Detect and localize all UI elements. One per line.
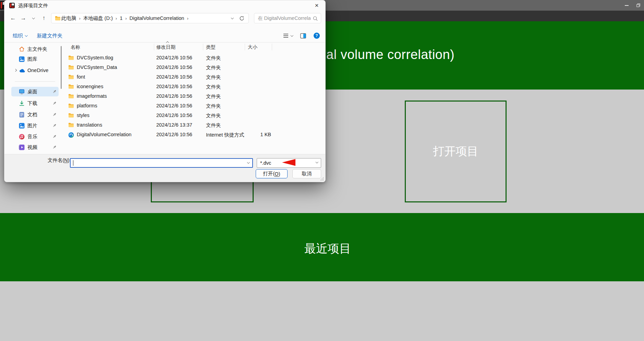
- home-icon: [18, 46, 25, 52]
- video-icon: [18, 144, 25, 150]
- chevron-down-icon: [290, 34, 293, 37]
- breadcrumb[interactable]: 此电脑›本地磁盘 (D:)›1›DigitalVolumeCorrelation…: [51, 13, 249, 23]
- close-button[interactable]: ×: [310, 0, 323, 11]
- pin-icon: [52, 124, 57, 128]
- minimize-button[interactable]: [621, 0, 632, 11]
- refresh-icon[interactable]: [239, 16, 244, 21]
- sidebar-item-download[interactable]: 下载: [11, 98, 59, 108]
- file-date: 2024/12/6 13:37: [156, 122, 192, 128]
- chevron-down-icon: [25, 34, 28, 37]
- address-dropdown-icon[interactable]: [231, 16, 233, 19]
- file-row[interactable]: DigitalVolumeCorrelation2024/12/6 10:56I…: [62, 130, 326, 140]
- file-row[interactable]: DVCSystem.tlog2024/12/6 10:56文件夹: [62, 53, 326, 63]
- folder-icon: [55, 16, 61, 21]
- breadcrumb-item[interactable]: 1: [120, 15, 122, 21]
- view-options-button[interactable]: [283, 33, 293, 38]
- dialog-titlebar[interactable]: 选择项目文件 ×: [4, 0, 325, 11]
- folder-icon: [68, 122, 74, 128]
- column-header-date[interactable]: 修改日期: [156, 44, 175, 50]
- sidebar-item-label: 视频: [27, 144, 37, 151]
- file-row[interactable]: styles2024/12/6 10:56文件夹: [62, 111, 326, 120]
- gallery-icon: [18, 56, 25, 62]
- expand-chevron-icon[interactable]: [14, 69, 17, 72]
- view-list-icon: [283, 33, 289, 38]
- cancel-button[interactable]: 取消: [292, 169, 321, 178]
- document-icon: [18, 112, 25, 118]
- column-header-type[interactable]: 类型: [206, 44, 216, 50]
- sidebar-divider: [15, 81, 55, 82]
- folder-icon: [68, 84, 74, 90]
- window-controls: [621, 0, 644, 11]
- back-button[interactable]: ←: [8, 13, 18, 23]
- file-date: 2024/12/6 10:56: [156, 113, 192, 118]
- open-project-box[interactable]: 打开项目: [405, 101, 507, 202]
- restore-button[interactable]: [632, 0, 644, 11]
- pin-icon: [52, 101, 57, 105]
- recent-projects-title: 最近项目: [304, 241, 351, 257]
- file-row[interactable]: platforms2024/12/6 10:56文件夹: [62, 101, 326, 111]
- sidebar-item-label: OneDrive: [27, 68, 48, 73]
- help-button[interactable]: ?: [314, 33, 320, 39]
- forward-button[interactable]: →: [18, 13, 28, 23]
- column-header-size[interactable]: 大小: [248, 44, 257, 50]
- new-folder-button[interactable]: 新建文件夹: [37, 33, 63, 39]
- resize-grip[interactable]: [320, 177, 324, 181]
- file-name: DigitalVolumeCorrelation: [77, 132, 132, 137]
- up-button[interactable]: ↑: [39, 13, 49, 23]
- sidebar-item-onedrive-cloud[interactable]: OneDrive: [11, 66, 59, 75]
- organize-button[interactable]: 组织: [13, 33, 27, 39]
- file-type: 文件夹: [206, 74, 221, 81]
- file-date: 2024/12/6 10:56: [156, 84, 192, 89]
- open-project-label: 打开项目: [433, 144, 478, 159]
- sidebar-item-document[interactable]: 文档: [11, 110, 59, 119]
- preview-pane-button[interactable]: [300, 33, 306, 38]
- file-date: 2024/12/6 10:56: [156, 74, 192, 80]
- file-size: 1 KB: [240, 132, 271, 137]
- pin-icon: [52, 134, 57, 139]
- download-icon: [18, 101, 25, 106]
- dialog-toolbar: 组织 新建文件夹 ?: [4, 31, 325, 41]
- sidebar-item-label: 文档: [27, 111, 37, 118]
- recent-locations-button[interactable]: [28, 13, 39, 23]
- breadcrumb-separator-icon: ›: [116, 16, 117, 21]
- file-row[interactable]: translations2024/12/6 13:37文件夹: [62, 120, 326, 130]
- sidebar-item-home[interactable]: 主文件夹: [11, 44, 59, 54]
- dialog-title: 选择项目文件: [18, 2, 48, 9]
- chevron-down-icon: [315, 161, 318, 163]
- breadcrumb-item[interactable]: 本地磁盘 (D:): [83, 15, 113, 22]
- breadcrumb-right-controls: [231, 16, 245, 21]
- edge-shortcut-icon: [68, 132, 74, 139]
- sidebar-item-video[interactable]: 视频: [11, 142, 59, 152]
- breadcrumb-separator-icon: ›: [79, 16, 81, 21]
- sidebar-item-gallery[interactable]: 图库: [11, 54, 59, 64]
- folder-icon: [68, 103, 74, 109]
- breadcrumb-separator-icon: ›: [125, 16, 126, 21]
- sidebar-item-pictures[interactable]: 图片: [11, 121, 59, 130]
- onedrive-cloud-icon: [18, 68, 25, 73]
- filetype-dropdown[interactable]: *.dvc: [257, 158, 321, 168]
- open-button[interactable]: 打开(O): [256, 169, 288, 178]
- desktop-icon: [18, 89, 25, 95]
- file-date: 2024/12/6 10:56: [156, 64, 192, 70]
- chevron-down-icon: [247, 161, 250, 164]
- file-row[interactable]: iconengines2024/12/6 10:56文件夹: [62, 82, 326, 92]
- filename-input[interactable]: [70, 158, 253, 168]
- sidebar-item-label: 音乐: [27, 133, 37, 140]
- file-date: 2024/12/6 10:56: [156, 93, 192, 99]
- breadcrumb-item[interactable]: 此电脑: [61, 15, 76, 22]
- file-row[interactable]: imageformats2024/12/6 10:56文件夹: [62, 92, 326, 101]
- column-header-name[interactable]: 名称: [71, 44, 80, 50]
- sidebar-item-music[interactable]: 音乐: [11, 132, 59, 141]
- search-icon: [313, 16, 318, 22]
- pictures-icon: [18, 123, 25, 129]
- sidebar-scrollbar[interactable]: [61, 46, 62, 89]
- search-input[interactable]: [254, 13, 321, 23]
- search-box: [254, 13, 321, 23]
- restore-icon: [636, 3, 640, 7]
- file-row[interactable]: font2024/12/6 10:56文件夹: [62, 72, 326, 82]
- file-row[interactable]: DVCSystem_Data2024/12/6 10:56文件夹: [62, 63, 326, 72]
- file-type: 文件夹: [206, 64, 221, 71]
- chevron-down-icon: [32, 16, 35, 19]
- breadcrumb-item[interactable]: DigitalVolumeCorrelation: [130, 15, 184, 21]
- sidebar-item-desktop[interactable]: 桌面: [11, 87, 59, 96]
